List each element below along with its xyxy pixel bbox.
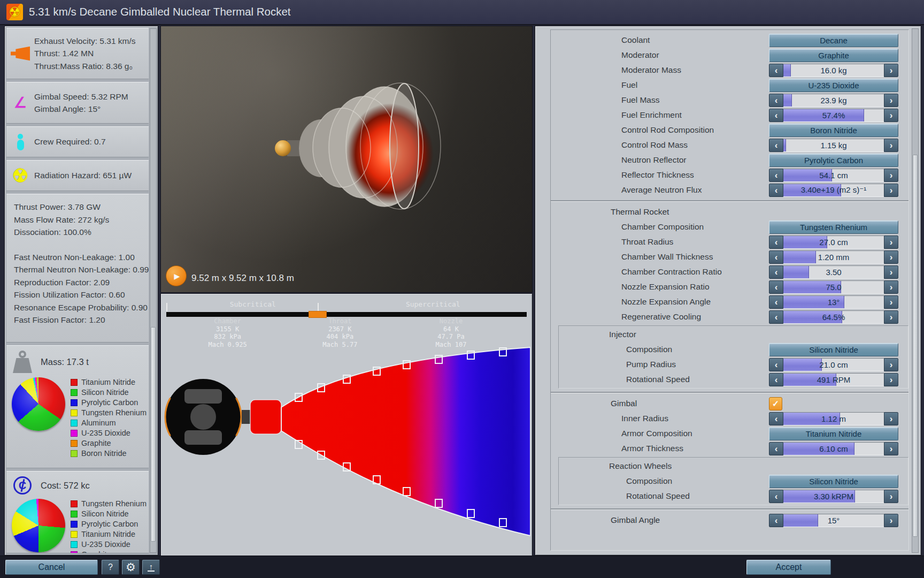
engine-3d-viewport[interactable]: 9.52 m x 9.52 m x 10.8 m (160, 26, 533, 293)
increase-arrow-icon[interactable] (884, 358, 898, 371)
composition-label: Composition (559, 345, 769, 354)
cost-currency-icon (11, 476, 34, 495)
composition-select[interactable]: Silicon Nitride (769, 343, 898, 356)
nozzle-expansion-ratio-label: Nozzle Expansion Ratio (551, 282, 769, 292)
settings-scrollbar[interactable] (912, 28, 919, 553)
decrease-arrow-icon[interactable] (769, 94, 783, 107)
decrease-arrow-icon[interactable] (769, 235, 783, 249)
decrease-arrow-icon[interactable] (769, 442, 783, 455)
decrease-arrow-icon[interactable] (769, 109, 783, 122)
decrease-arrow-icon[interactable] (769, 139, 783, 152)
criticality-track[interactable] (166, 312, 527, 317)
increase-arrow-icon[interactable] (884, 265, 898, 279)
chamber-composition-select[interactable]: Tungsten Rhenium (769, 220, 898, 234)
increase-arrow-icon[interactable] (884, 412, 898, 425)
increase-arrow-icon[interactable] (884, 295, 898, 309)
fuel-mass-slider-track[interactable]: 23.9 kg (783, 94, 884, 107)
inner-radius-slider-track[interactable]: 1.12 m (783, 412, 884, 425)
decrease-arrow-icon[interactable] (769, 184, 783, 197)
increase-arrow-icon[interactable] (884, 169, 898, 182)
chamber-contraction-ratio-slider-track[interactable]: 3.50 (783, 265, 884, 279)
increase-arrow-icon[interactable] (884, 235, 898, 249)
gimbal-angle-icon (6, 94, 34, 111)
decrease-arrow-icon[interactable] (769, 514, 783, 527)
play-button[interactable] (166, 265, 187, 286)
setting-row-neutron-reflector: Neutron ReflectorPyrolytic Carbon (551, 153, 908, 167)
increase-arrow-icon[interactable] (884, 109, 898, 122)
moderator-select[interactable]: Graphite (769, 49, 898, 62)
graphite-label: Graphite (81, 438, 111, 448)
nozzle-expansion-angle-slider-track[interactable]: 13° (783, 295, 884, 309)
throat-radius-slider-track[interactable]: 27.0 cm (783, 235, 884, 249)
increase-arrow-icon[interactable] (884, 490, 898, 503)
decrease-arrow-icon[interactable] (769, 265, 783, 279)
setting-row-composition: CompositionSilicon Nitride (559, 343, 908, 356)
decrease-arrow-icon[interactable] (769, 373, 783, 386)
decrease-arrow-icon[interactable] (769, 295, 783, 309)
increase-arrow-icon[interactable] (884, 94, 898, 107)
regenerative-cooling-slider-track[interactable]: 64.5% (783, 310, 884, 324)
station-name: Nozzle (436, 317, 467, 325)
silicon-nitride-swatch (71, 511, 78, 518)
titanium-nitride-swatch (71, 531, 78, 538)
fuel-enrichment-slider-track[interactable]: 57.4% (783, 109, 884, 122)
increase-arrow-icon[interactable] (884, 250, 898, 264)
average-neutron-flux-slider: 3.40e+19 (m2 s)⁻¹ (769, 184, 898, 197)
decrease-arrow-icon[interactable] (769, 358, 783, 371)
settings-button[interactable] (122, 560, 140, 575)
chamber-wall-thickness-slider-track[interactable]: 1.20 mm (783, 250, 884, 264)
mass-breakdown-box: Mass: 17.3 t Titanium NitrideSilicon Nit… (6, 345, 149, 468)
decrease-arrow-icon[interactable] (769, 310, 783, 324)
scrollbar-thumb[interactable] (913, 155, 918, 537)
increase-arrow-icon[interactable] (884, 514, 898, 527)
nozzle-expansion-angle-slider: 13° (769, 295, 898, 309)
increase-arrow-icon[interactable] (884, 139, 898, 152)
nozzle-expansion-angle-value: 13° (783, 296, 884, 308)
export-button[interactable]: ↑ (142, 560, 160, 575)
increase-arrow-icon[interactable] (884, 64, 898, 77)
rotational-speed-slider: 491 RPM (769, 373, 898, 386)
neutron-reflector-select[interactable]: Pyrolytic Carbon (769, 154, 898, 167)
reflector-thickness-slider-track[interactable]: 54.1 cm (783, 169, 884, 182)
control-rod-composition-select[interactable]: Boron Nitride (769, 124, 898, 137)
gimbal-angle-slider-track[interactable]: 15° (783, 514, 884, 527)
rotational-speed-slider-track[interactable]: 3.30 kRPM (783, 490, 884, 503)
scrollbar-thumb[interactable] (151, 327, 156, 542)
setting-row-reflector-thickness: Reflector Thickness54.1 cm (551, 168, 908, 182)
increase-arrow-icon[interactable] (884, 280, 898, 294)
group-divider (551, 392, 908, 393)
increase-arrow-icon[interactable] (884, 184, 898, 197)
control-rod-mass-slider-track[interactable]: 1.15 kg (783, 139, 884, 152)
pump-radius-slider-track[interactable]: 21.0 cm (783, 358, 884, 371)
nozzle-expansion-ratio-slider-track[interactable]: 75.0 (783, 280, 884, 294)
armor-thickness-slider-track[interactable]: 6.10 cm (783, 442, 884, 455)
aluminum-label: Aluminum (81, 418, 116, 428)
armor-composition-select[interactable]: Titanium Nitride (769, 427, 898, 440)
decrease-arrow-icon[interactable] (769, 250, 783, 264)
composition-select[interactable]: Silicon Nitride (769, 475, 898, 488)
help-button[interactable]: ? (102, 560, 119, 575)
coolant-select[interactable]: Decane (769, 34, 898, 47)
stat-line: Radiation Hazard: 651 µW (34, 169, 132, 182)
gimbal-enabled-checkbox[interactable] (769, 397, 782, 410)
average-neutron-flux-slider-track[interactable]: 3.40e+19 (m2 s)⁻¹ (783, 184, 884, 197)
nozzle-expansion-ratio-slider: 75.0 (769, 280, 898, 294)
decrease-arrow-icon[interactable] (769, 412, 783, 425)
increase-arrow-icon[interactable] (884, 373, 898, 386)
decrease-arrow-icon[interactable] (769, 64, 783, 77)
decrease-arrow-icon[interactable] (769, 490, 783, 503)
stat-line: Fast Neutron Non-Leakage: 1.00 (14, 251, 149, 264)
pump-radius-value: 21.0 cm (783, 359, 884, 371)
increase-arrow-icon[interactable] (884, 310, 898, 324)
decrease-arrow-icon[interactable] (769, 280, 783, 294)
fuel-select[interactable]: U-235 Dioxide (769, 79, 898, 92)
increase-arrow-icon[interactable] (884, 442, 898, 455)
left-panel-scrollbar[interactable] (150, 28, 157, 553)
setting-row-pump-radius: Pump Radius21.0 cm (559, 358, 908, 371)
cancel-button[interactable]: Cancel (5, 560, 98, 575)
decrease-arrow-icon[interactable] (769, 169, 783, 182)
moderator-mass-slider-track[interactable]: 16.0 kg (783, 64, 884, 77)
accept-button[interactable]: Accept (746, 560, 831, 575)
control-rod-mass-label: Control Rod Mass (551, 140, 769, 150)
rotational-speed-slider-track[interactable]: 491 RPM (783, 373, 884, 386)
